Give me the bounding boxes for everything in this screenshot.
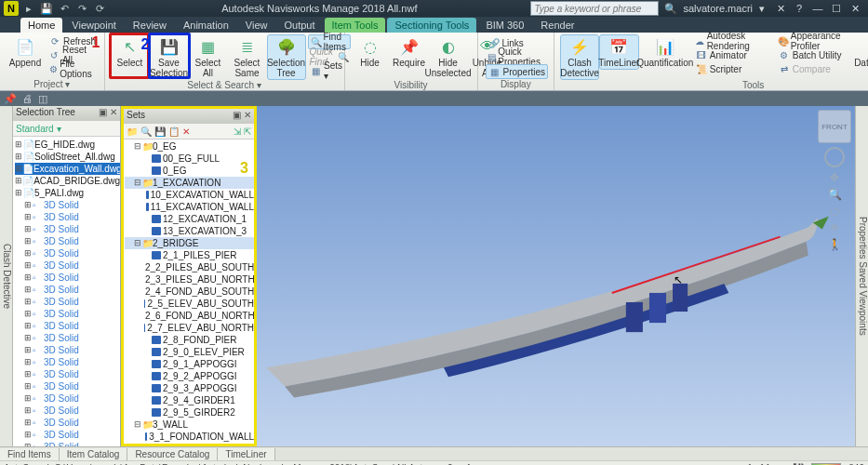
hide-button[interactable]: ◌Hide [351,34,390,70]
tree-leaf-node[interactable]: ⊞▫3D Solid [15,211,120,223]
import-icon[interactable]: ⇲ [234,126,241,137]
tree-leaf-node[interactable]: ⊞▫3D Solid [15,296,120,308]
duplicate-icon[interactable]: 📋 [168,126,180,137]
tree-leaf-node[interactable]: ⊞▫3D Solid [15,272,120,284]
standard-dropdown[interactable]: Standard [16,124,54,134]
sets-set-node[interactable]: 2_9_2_APPOGGI [125,370,254,382]
tab-viewpoint[interactable]: Viewpoint [64,18,124,33]
maximize-button[interactable]: ☐ [827,3,846,15]
sets-set-node[interactable]: 2_1_PILES_PIER [125,249,254,261]
file-options-button[interactable]: ⚙File Options [47,62,99,75]
tab-animation[interactable]: Animation [176,18,236,33]
sets-set-node[interactable]: 10_EXCAVATION_WALL [125,189,254,201]
sets-folder-node[interactable]: ⊟📁1_EXCAVATION [125,177,254,189]
close-panel-icon[interactable]: ✕ [771,3,790,15]
tree-leaf-node[interactable]: ⊞▫3D Solid [15,356,120,368]
tree-leaf-node[interactable]: ⊞▫3D Solid [15,368,120,380]
sets-set-node[interactable]: 2_8_FOND_PIER [125,334,254,346]
tree-leaf-node[interactable]: ⊞▫3D Solid [15,223,120,235]
tree-file-node[interactable]: ⊞📄5_PALI.dwg [15,187,120,199]
sets-set-node[interactable]: 13_EXCAVATION_3 [125,225,254,237]
tab-bim360[interactable]: BIM 360 [478,18,531,33]
tree-leaf-node[interactable]: ⊞▫3D Solid [15,259,120,272]
sets-set-node[interactable]: 0_EG [125,165,254,177]
right-dock-tab[interactable]: Properties Saved Viewpoints [855,106,868,446]
tree-leaf-node[interactable]: ⊞▫3D Solid [15,284,120,296]
require-button[interactable]: 📌Require [390,34,429,70]
new-icon[interactable]: ◫ [38,93,47,105]
save-selection-button[interactable]: 💾Save Selection [150,34,189,80]
tab-render[interactable]: Render [533,18,581,33]
animator-button[interactable]: 🎞Animator [693,48,774,61]
tree-leaf-node[interactable]: ⊞▫3D Solid [15,429,120,441]
tab-output[interactable]: Output [277,18,323,33]
sets-set-node[interactable]: 2_3_PILES_ABU_NORTH [125,273,254,286]
autodesk-rendering-button[interactable]: ☁Autodesk Rendering [693,34,774,47]
sets-set-node[interactable]: 2_9_0_ELEV_PIER [125,346,254,358]
sets-set-node[interactable]: 11_EXCAVATION_WALL [125,201,254,213]
sets-set-node[interactable]: 2_9_4_GIRDER1 [125,394,254,406]
tree-leaf-node[interactable]: ⊞▫3D Solid [15,247,120,259]
steering-wheel-icon[interactable] [824,147,845,167]
viewport[interactable]: ↖ FRONT ✥ 🔍 ⭯ 👁 🚶 [257,106,855,446]
tree-leaf-node[interactable]: ⊞▫3D Solid [15,380,120,392]
print-icon[interactable]: 🖨 [22,93,33,104]
pin-icon[interactable]: 📌 [4,93,17,105]
append-button[interactable]: 📄Append [6,34,45,70]
bottom-tab-resource-catalog[interactable]: Resource Catalog [127,448,218,460]
help-icon[interactable]: ? [790,3,808,14]
sets-set-node[interactable]: 2_7_ELEV_ABU_NORTH [125,322,254,334]
save-icon[interactable]: 💾 [40,2,53,15]
quick-properties-button[interactable]: ▤Quick Properties [486,50,549,63]
tree-leaf-node[interactable]: ⊞▫3D Solid [15,235,120,247]
minimize-button[interactable]: — [808,3,827,14]
walk-icon[interactable]: 🚶 [828,238,842,251]
sets-set-node[interactable]: 2_4_FOND_ABU_SOUTH [125,286,254,298]
open-icon[interactable]: ▸ [22,2,35,15]
redo-icon[interactable]: ↷ [75,2,88,15]
scripter-button[interactable]: 📜Scripter [693,62,774,75]
new-set-icon[interactable]: 🔍 [140,126,152,137]
orbit-icon[interactable]: ⭯ [829,205,840,218]
bottom-tab-find-items[interactable]: Find Items [0,448,60,460]
tree-leaf-node[interactable]: ⊞▫3D Solid [15,392,120,405]
select-all-button[interactable]: ▦Select All [189,34,228,80]
batch-utility-button[interactable]: ⚙Batch Utility [776,48,855,61]
datatools-button[interactable]: 🗄DataTools [855,34,868,70]
export-icon[interactable]: ⇱ [244,126,251,137]
look-icon[interactable]: 👁 [829,221,840,234]
bottom-tab-timeliner[interactable]: TimeLiner [218,448,274,460]
sets-set-node[interactable]: 3_1_FONDATION_WALL [125,431,254,443]
delete-icon[interactable]: ✕ [182,126,190,137]
pan-icon[interactable]: ✥ [830,171,839,184]
close-button[interactable]: ✕ [846,3,864,15]
tree-leaf-node[interactable]: ⊞▫3D Solid [15,332,120,344]
sets-close-icon[interactable]: ▣ ✕ [233,110,251,123]
sets-folder-node[interactable]: ⊟📁3_WALL [125,418,254,431]
save-set-icon[interactable]: 💾 [154,126,166,137]
tab-item-tools[interactable]: Item Tools [325,18,386,33]
sets-set-node[interactable]: 2_9_1_APPOGGI [125,358,254,370]
tab-home[interactable]: Home [20,18,62,33]
selection-tree-button[interactable]: 🌳Selection Tree [267,34,306,80]
help-search-input[interactable] [530,1,659,16]
undo-icon[interactable]: ↶ [58,2,71,15]
refresh-icon[interactable]: ⟳ [93,2,106,15]
user-label[interactable]: salvatore.macri [683,3,753,14]
sets-set-node[interactable]: 12_EXCAVATION_1 [125,213,254,225]
clash-detective-button[interactable]: ⚡Clash Detective [560,34,599,80]
sets-set-node[interactable]: 2_2_PILES_ABU_SOUTH [125,261,254,273]
left-dock-tab[interactable]: Clash Detective [0,106,13,446]
user-dropdown-icon[interactable]: ▾ [753,3,771,15]
tree-file-node[interactable]: ⊞📄Excavation_Wall.dwg [15,163,120,175]
sets-set-node[interactable]: 2_9_3_APPOGGI [125,382,254,394]
timeliner-button[interactable]: 📅TimeLiner [599,34,639,70]
tree-leaf-node[interactable]: ⊞▫3D Solid [15,405,120,417]
sets-set-node[interactable]: 2_6_FOND_ABU_NORTH [125,310,254,322]
sets-set-node[interactable]: 2_9_5_GIRDER2 [125,406,254,418]
sets-set-node[interactable]: 2_5_ELEV_ABU_SOUTH [125,298,254,310]
tree-file-node[interactable]: ⊞📄ACAD_BRIDGE.dwg [15,175,120,187]
tree-file-node[interactable]: ⊞📄EG_HIDE.dwg [15,139,120,151]
tab-sectioning-tools[interactable]: Sectioning Tools [387,18,476,33]
zoom-icon[interactable]: 🔍 [828,188,842,201]
